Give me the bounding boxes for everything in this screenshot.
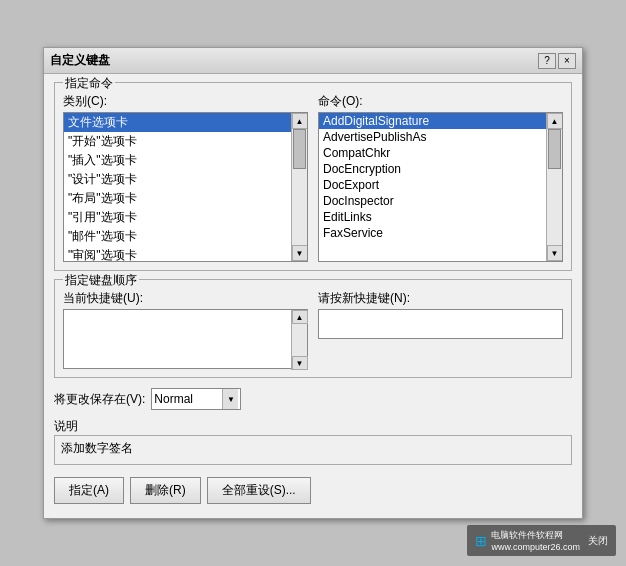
category-scrollbar[interactable]: ▲ ▼	[291, 113, 307, 261]
current-shortcut-col: 当前快捷键(U): ▲ ▼	[63, 290, 308, 369]
help-button[interactable]: ?	[538, 53, 556, 69]
current-shortcut-scrollbar[interactable]: ▲ ▼	[291, 310, 307, 370]
watermark: ⊞ 电脑软件件软程网 www.computer26.com 关闭	[467, 525, 616, 556]
list-item[interactable]: CompatChkr	[319, 145, 546, 161]
command-label: 命令(O):	[318, 93, 563, 110]
list-item[interactable]: 文件选项卡	[64, 113, 291, 132]
list-item[interactable]: DocInspector	[319, 193, 546, 209]
scroll-track	[292, 129, 307, 245]
scroll-down-btn[interactable]: ▼	[547, 245, 563, 261]
list-item[interactable]: "插入"选项卡	[64, 151, 291, 170]
close-button[interactable]: ×	[558, 53, 576, 69]
description-label: 说明	[54, 418, 572, 435]
dialog-body: 指定命令 类别(C): 文件选项卡 "开始"选项卡 "插入"选项卡 "设计"选项…	[44, 74, 582, 518]
keyboard-seq-label: 指定键盘顺序	[63, 272, 139, 289]
command-column: 命令(O): AddDigitalSignature AdvertisePubl…	[318, 93, 563, 262]
new-shortcut-label: 请按新快捷键(N):	[318, 290, 563, 307]
save-in-row: 将更改保存在(V): Normal ▼	[54, 388, 572, 410]
assign-button[interactable]: 指定(A)	[54, 477, 124, 504]
watermark-url: www.computer26.com	[491, 542, 580, 552]
scroll-down-btn[interactable]: ▼	[292, 245, 308, 261]
watermark-site-name: 电脑软件件软程网	[491, 529, 580, 542]
title-bar: 自定义键盘 ? ×	[44, 48, 582, 74]
save-in-value: Normal	[154, 392, 222, 406]
scroll-up-btn[interactable]: ▲	[547, 113, 563, 129]
watermark-close[interactable]: 关闭	[588, 534, 608, 548]
current-shortcut-box[interactable]: ▲ ▼	[63, 309, 308, 369]
list-item[interactable]: "引用"选项卡	[64, 208, 291, 227]
scroll-track	[292, 324, 307, 356]
dialog-window: 自定义键盘 ? × 指定命令 类别(C): 文件选项卡 "开始"选项卡 "插入"…	[43, 47, 583, 519]
current-shortcut-label: 当前快捷键(U):	[63, 290, 308, 307]
list-item[interactable]: FaxService	[319, 225, 546, 241]
category-label: 类别(C):	[63, 93, 308, 110]
list-item[interactable]: "设计"选项卡	[64, 170, 291, 189]
category-listbox[interactable]: 文件选项卡 "开始"选项卡 "插入"选项卡 "设计"选项卡 "布局"选项卡 "引…	[64, 113, 291, 261]
category-column: 类别(C): 文件选项卡 "开始"选项卡 "插入"选项卡 "设计"选项卡 "布局…	[63, 93, 308, 262]
description-section: 说明 添加数字签名	[54, 418, 572, 465]
save-in-label: 将更改保存在(V):	[54, 391, 145, 408]
list-item[interactable]: "开始"选项卡	[64, 132, 291, 151]
command-listbox-container: AddDigitalSignature AdvertisePublishAs C…	[318, 112, 563, 262]
specify-command-group: 指定命令 类别(C): 文件选项卡 "开始"选项卡 "插入"选项卡 "设计"选项…	[54, 82, 572, 271]
scroll-up-btn[interactable]: ▲	[292, 113, 308, 129]
new-shortcut-col: 请按新快捷键(N):	[318, 290, 563, 369]
scroll-thumb[interactable]	[293, 129, 306, 169]
save-in-dropdown[interactable]: Normal ▼	[151, 388, 241, 410]
list-item[interactable]: AddDigitalSignature	[319, 113, 546, 129]
keyboard-seq-group: 指定键盘顺序 当前快捷键(U): ▲ ▼ 请按新	[54, 279, 572, 378]
dialog-title: 自定义键盘	[50, 52, 110, 69]
category-listbox-container: 文件选项卡 "开始"选项卡 "插入"选项卡 "设计"选项卡 "布局"选项卡 "引…	[63, 112, 308, 262]
watermark-content: ⊞ 电脑软件件软程网 www.computer26.com 关闭	[475, 529, 608, 552]
delete-button[interactable]: 删除(R)	[130, 477, 201, 504]
list-item[interactable]: "布局"选项卡	[64, 189, 291, 208]
new-shortcut-input[interactable]	[318, 309, 563, 339]
scroll-thumb[interactable]	[548, 129, 561, 169]
list-item[interactable]: "审阅"选项卡	[64, 246, 291, 261]
title-controls: ? ×	[538, 53, 576, 69]
list-item[interactable]: DocExport	[319, 177, 546, 193]
specify-command-label: 指定命令	[63, 75, 115, 92]
scroll-up-btn[interactable]: ▲	[292, 310, 308, 324]
reset-all-button[interactable]: 全部重设(S)...	[207, 477, 311, 504]
windows-logo-icon: ⊞	[475, 533, 487, 549]
list-item[interactable]: AdvertisePublishAs	[319, 129, 546, 145]
scroll-track	[547, 129, 562, 245]
watermark-text: 电脑软件件软程网 www.computer26.com	[491, 529, 580, 552]
dropdown-arrow-icon[interactable]: ▼	[222, 389, 238, 409]
scroll-down-btn[interactable]: ▼	[292, 356, 308, 370]
list-item[interactable]: "邮件"选项卡	[64, 227, 291, 246]
description-text: 添加数字签名	[54, 435, 572, 465]
list-item[interactable]: DocEncryption	[319, 161, 546, 177]
command-columns: 类别(C): 文件选项卡 "开始"选项卡 "插入"选项卡 "设计"选项卡 "布局…	[63, 93, 563, 262]
keyboard-columns: 当前快捷键(U): ▲ ▼ 请按新快捷键(N):	[63, 290, 563, 369]
command-listbox[interactable]: AddDigitalSignature AdvertisePublishAs C…	[319, 113, 546, 261]
current-shortcut-input[interactable]	[64, 310, 291, 368]
button-row: 指定(A) 删除(R) 全部重设(S)...	[54, 477, 572, 510]
list-item[interactable]: EditLinks	[319, 209, 546, 225]
command-scrollbar[interactable]: ▲ ▼	[546, 113, 562, 261]
